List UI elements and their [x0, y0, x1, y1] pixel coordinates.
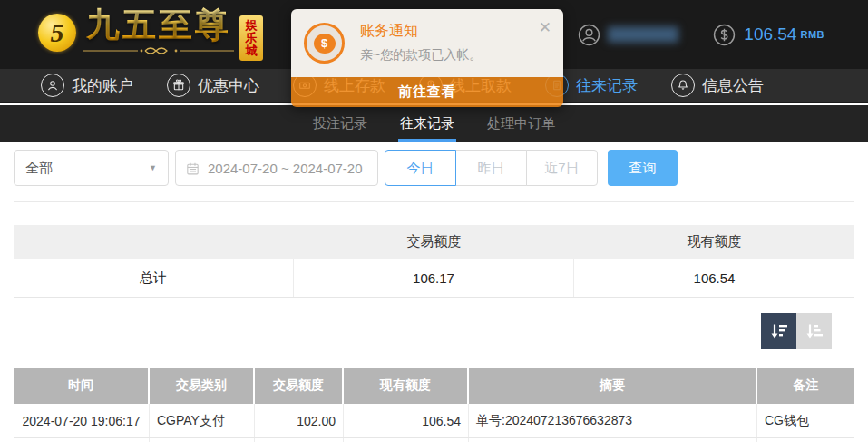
sort-descending-icon	[768, 320, 790, 342]
sort-ascending-icon	[804, 320, 825, 342]
summary-table: 交易额度 现有额度 总计 106.17 106.54	[14, 225, 854, 298]
summary-transaction-total: 106.17	[294, 259, 574, 297]
today-button[interactable]: 今日	[385, 150, 456, 186]
site-logo[interactable]: 5 九五至尊 娱乐城	[38, 7, 263, 61]
brand-name: 九五至尊	[86, 7, 231, 44]
balance-group[interactable]: 106.54 RMB	[713, 24, 824, 46]
brand-badge: 娱乐城	[239, 15, 263, 61]
cell-time: 2024-07-20 19:06:17	[14, 404, 150, 437]
user-bar: 106.54 RMB	[578, 0, 824, 69]
col-header-balance: 现有额度	[344, 368, 469, 404]
person-icon	[41, 74, 64, 97]
yesterday-button[interactable]: 昨日	[455, 150, 527, 186]
col-header-summary: 摘要	[469, 368, 757, 404]
username-blurred	[608, 26, 678, 43]
balance-amount: 106.54	[744, 25, 796, 44]
summary-header-empty	[14, 225, 294, 259]
section-divider	[14, 201, 854, 202]
nav-item-promotions[interactable]: 优惠中心	[167, 74, 259, 97]
calendar-icon	[185, 161, 200, 176]
col-header-time: 时间	[14, 368, 150, 404]
go-view-button[interactable]: 前往查看	[291, 77, 563, 107]
dollar-icon	[713, 24, 736, 46]
summary-header-row: 交易额度 现有额度	[14, 225, 854, 259]
summary-header-transaction: 交易额度	[294, 225, 574, 259]
record-subtabs: 投注记录 往来记录 处理中订单	[0, 105, 868, 142]
notification-title: 账务通知	[360, 22, 418, 41]
summary-balance-total: 106.54	[574, 259, 854, 297]
summary-header-balance: 现有额度	[574, 225, 854, 259]
col-header-type: 交易类别	[150, 368, 255, 404]
cell-note: CG钱包	[757, 404, 854, 437]
chevron-down-icon: ▼	[149, 163, 157, 172]
close-icon[interactable]: ✕	[539, 18, 551, 37]
notification-popup: $ 账务通知 亲~您的款项已入帐。 ✕ 前往查看	[291, 9, 563, 107]
summary-total-row: 总计 106.17 106.54	[14, 259, 854, 298]
sort-toggle-group	[761, 313, 832, 349]
bell-icon	[671, 74, 695, 97]
user-avatar-icon	[578, 24, 600, 46]
nav-item-announcements[interactable]: 信息公告	[671, 74, 764, 97]
date-range-input[interactable]: 2024-07-20 ~ 2024-07-20	[175, 150, 378, 186]
subtab-transaction-records[interactable]: 往来记录	[398, 105, 456, 142]
cell-balance: 106.54	[344, 404, 469, 437]
summary-total-label: 总计	[14, 259, 294, 297]
coin-logo-icon: 5	[38, 14, 76, 52]
subtab-processing-orders[interactable]: 处理中订单	[485, 105, 557, 142]
col-header-note: 备注	[757, 368, 854, 404]
records-table: 时间 交易类别 交易额度 现有额度 摘要 备注 2024-07-20 19:06…	[14, 368, 854, 442]
notification-body: $ 账务通知 亲~您的款项已入帐。 ✕	[291, 9, 563, 77]
table-row-clipped	[14, 438, 854, 442]
table-row: 2024-07-20 19:06:17 CGPAY支付 102.00 106.5…	[14, 404, 854, 438]
balance-currency: RMB	[800, 29, 824, 40]
sort-descending-button[interactable]	[761, 313, 796, 349]
nav-item-my-account[interactable]: 我的账户	[41, 74, 133, 97]
type-select[interactable]: 全部 ▼	[14, 150, 169, 186]
flourish-decoration	[82, 45, 236, 56]
page: 5 九五至尊 娱乐城	[0, 0, 868, 442]
gift-icon	[167, 74, 190, 97]
subtab-bet-records[interactable]: 投注记录	[311, 105, 369, 142]
records-header-row: 时间 交易类别 交易额度 现有额度 摘要 备注	[14, 368, 854, 404]
last7days-button[interactable]: 近7日	[526, 150, 598, 186]
cell-summary: 单号:202407213676632873	[469, 404, 757, 437]
notification-message: 亲~您的款项已入帐。	[360, 47, 482, 64]
sort-ascending-button[interactable]	[796, 313, 832, 349]
quick-range-group: 今日 昨日 近7日	[385, 150, 598, 186]
cell-amount: 102.00	[255, 404, 344, 437]
search-button[interactable]: 查询	[608, 150, 678, 186]
cell-type: CGPAY支付	[150, 404, 255, 437]
filter-row: 全部 ▼ 2024-07-20 ~ 2024-07-20 今日 昨日 近7日 查…	[14, 150, 678, 186]
col-header-amount: 交易额度	[255, 368, 344, 404]
money-notification-icon: $	[304, 23, 345, 64]
